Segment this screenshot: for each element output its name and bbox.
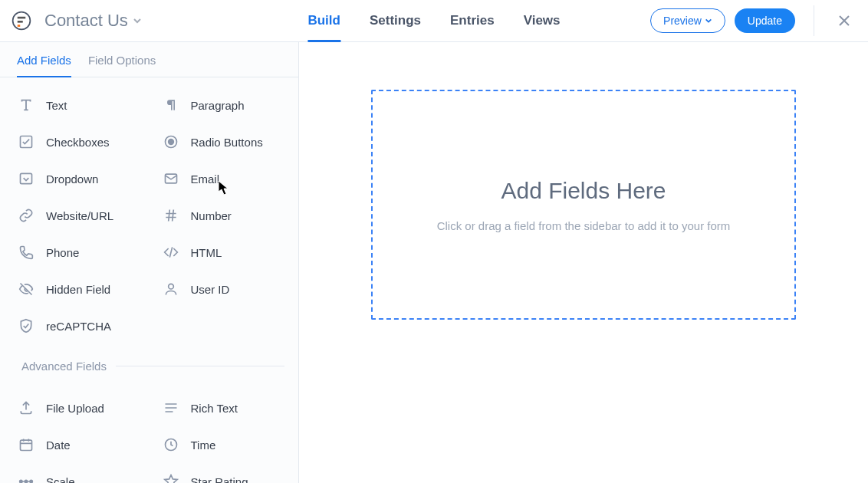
field-hidden[interactable]: Hidden Field (5, 272, 150, 306)
svg-rect-10 (21, 440, 32, 450)
form-canvas: Add Fields Here Click or drag a field fr… (299, 42, 868, 483)
field-label: Radio Buttons (191, 136, 263, 149)
checkbox-icon (17, 133, 35, 151)
field-text[interactable]: Text (5, 88, 150, 122)
svg-rect-7 (21, 173, 32, 183)
star-icon (162, 472, 180, 483)
field-radio[interactable]: Radio Buttons (150, 125, 294, 159)
calendar-icon (17, 435, 35, 454)
form-title-text: Contact Us (44, 11, 128, 31)
text-icon (17, 96, 35, 114)
preview-button[interactable]: Preview (650, 8, 725, 33)
phone-icon (17, 243, 35, 261)
main-tabs: Build Settings Entries Views (307, 0, 560, 41)
app-topbar: Contact Us Build Settings Entries Views … (0, 0, 868, 42)
field-label: Checkboxes (46, 136, 110, 149)
field-label: Number (191, 209, 232, 222)
field-date[interactable]: Date (5, 428, 150, 462)
field-email[interactable]: Email (150, 162, 294, 196)
shield-icon (17, 317, 35, 335)
field-paragraph[interactable]: Paragraph (150, 88, 294, 122)
svg-rect-1 (18, 17, 26, 19)
scale-icon (17, 472, 35, 483)
email-icon (162, 169, 180, 188)
field-number[interactable]: Number (150, 199, 294, 232)
paragraph-icon (162, 96, 180, 114)
richtext-icon (162, 399, 180, 417)
sidebar-tab-field-options[interactable]: Field Options (88, 42, 156, 77)
field-url[interactable]: Website/URL (5, 199, 150, 232)
sidebar-tab-add-fields[interactable]: Add Fields (17, 42, 71, 77)
advanced-fields-grid: File UploadRich TextDateTimeScaleStar Ra… (0, 380, 298, 483)
svg-rect-3 (18, 25, 21, 27)
field-recaptcha[interactable]: reCAPTCHA (5, 309, 150, 343)
svg-point-12 (20, 480, 22, 482)
field-star[interactable]: Star Rating (150, 465, 294, 483)
field-label: Scale (46, 475, 75, 484)
tab-settings[interactable]: Settings (370, 0, 421, 41)
drop-heading: Add Fields Here (501, 178, 666, 204)
field-time[interactable]: Time (150, 428, 294, 462)
advanced-section-heading: Advanced Fields (0, 346, 298, 380)
field-label: Star Rating (191, 475, 248, 484)
tab-entries[interactable]: Entries (450, 0, 495, 41)
top-actions: Preview Update (650, 5, 854, 36)
tab-views[interactable]: Views (524, 0, 561, 41)
svg-point-9 (168, 284, 173, 289)
fields-sidebar: Add Fields Field Options TextParagraphCh… (0, 42, 299, 483)
hash-icon (162, 206, 180, 225)
close-button[interactable] (834, 11, 854, 31)
hidden-icon (17, 280, 35, 298)
app-logo-icon (11, 10, 32, 31)
field-phone[interactable]: Phone (5, 235, 150, 269)
field-fileupload[interactable]: File Upload (5, 391, 150, 425)
link-icon (17, 206, 35, 225)
code-icon (162, 243, 180, 261)
field-label: File Upload (46, 402, 104, 415)
svg-point-6 (168, 140, 173, 145)
radio-icon (162, 133, 180, 151)
basic-fields-grid: TextParagraphCheckboxesRadio ButtonsDrop… (0, 77, 298, 346)
field-label: User ID (191, 283, 230, 296)
sidebar-tabs: Add Fields Field Options (0, 42, 298, 77)
field-dropdown[interactable]: Dropdown (5, 162, 150, 196)
field-html[interactable]: HTML (150, 235, 294, 269)
field-userid[interactable]: User ID (150, 272, 294, 306)
svg-point-14 (30, 480, 32, 482)
form-title-dropdown[interactable]: Contact Us (44, 11, 142, 31)
chevron-down-icon (705, 17, 712, 25)
field-label: Text (46, 99, 67, 112)
field-richtext[interactable]: Rich Text (150, 391, 294, 425)
field-label: HTML (191, 246, 222, 259)
field-scale[interactable]: Scale (5, 465, 150, 483)
divider (814, 5, 814, 36)
tab-build[interactable]: Build (307, 0, 340, 41)
field-label: Dropdown (46, 172, 98, 186)
field-label: Website/URL (46, 209, 113, 222)
field-label: reCAPTCHA (46, 320, 111, 333)
drop-hint: Click or drag a field from the sidebar t… (437, 219, 731, 232)
clock-icon (162, 435, 180, 454)
field-checkboxes[interactable]: Checkboxes (5, 125, 150, 159)
field-label: Hidden Field (46, 283, 110, 296)
field-label: Email (191, 172, 220, 186)
field-label: Phone (46, 246, 79, 259)
app-body: Add Fields Field Options TextParagraphCh… (0, 42, 868, 483)
user-icon (162, 280, 180, 298)
field-label: Rich Text (191, 402, 238, 415)
dropdown-icon (17, 169, 35, 188)
upload-icon (17, 399, 35, 417)
svg-point-13 (25, 480, 27, 482)
update-button[interactable]: Update (735, 8, 795, 33)
drop-zone[interactable]: Add Fields Here Click or drag a field fr… (371, 90, 796, 320)
field-label: Paragraph (191, 99, 245, 112)
svg-rect-2 (18, 21, 23, 23)
chevron-down-icon (133, 16, 142, 25)
field-label: Date (46, 439, 71, 452)
field-label: Time (191, 439, 216, 452)
